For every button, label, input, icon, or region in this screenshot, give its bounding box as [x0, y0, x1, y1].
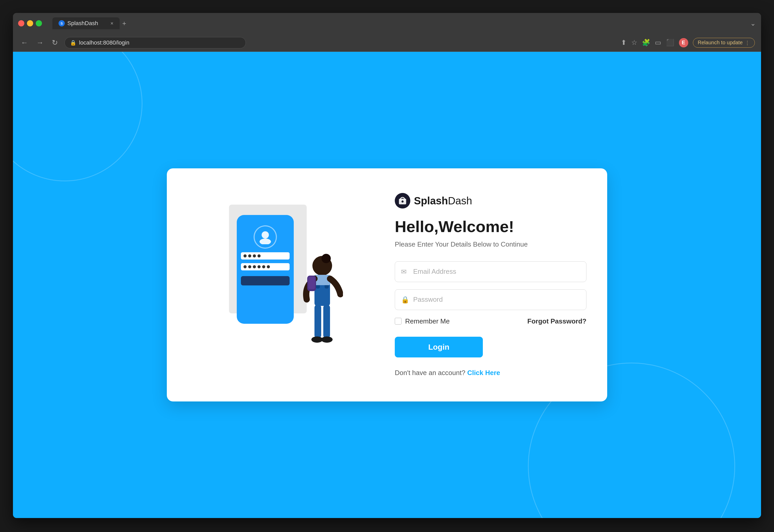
- illustration-input-2: [241, 263, 290, 270]
- forgot-password-link[interactable]: Forgot Password?: [527, 317, 586, 325]
- welcome-subtitle: Please Enter Your Details Below to Conti…: [395, 240, 586, 248]
- email-input-group: ✉: [395, 261, 586, 282]
- toolbar-icons: ⬆ ☆ 🧩 ▭ ⬛ E Relaunch to update ⋮: [621, 38, 755, 48]
- address-bar: ← → ↻ 🔒 localhost:8080/login ⬆ ☆ 🧩 ▭ ⬛ E…: [13, 34, 761, 52]
- traffic-lights: [18, 20, 42, 26]
- active-tab[interactable]: S SplashDash ×: [52, 17, 120, 29]
- brand-name: SplashDash: [414, 195, 472, 207]
- close-button[interactable]: [18, 20, 24, 26]
- sidebar-icon[interactable]: ▭: [655, 39, 661, 47]
- form-options: Remember Me Forgot Password?: [395, 317, 586, 325]
- svg-point-10: [311, 336, 323, 343]
- page-content: SplashDash Hello,Welcome! Please Enter Y…: [13, 52, 761, 518]
- browser-menu-button[interactable]: ⌄: [750, 19, 756, 27]
- brand-icon: [395, 193, 410, 209]
- title-bar: S SplashDash × + ⌄: [13, 13, 761, 34]
- brand-name-bold: Splash: [414, 195, 448, 206]
- relaunch-button[interactable]: Relaunch to update ⋮: [693, 38, 755, 48]
- phone-illustration: [208, 194, 359, 376]
- illustration-dot: [253, 265, 256, 268]
- forward-button[interactable]: →: [35, 37, 45, 48]
- relaunch-label: Relaunch to update: [698, 40, 743, 46]
- illustration-dot: [243, 265, 247, 268]
- welcome-title: Hello,Welcome!: [395, 218, 586, 235]
- login-card: SplashDash Hello,Welcome! Please Enter Y…: [167, 168, 607, 401]
- brand-logo: SplashDash: [395, 193, 586, 209]
- relaunch-menu-icon: ⋮: [745, 40, 750, 46]
- svg-point-11: [321, 336, 333, 343]
- profile-badge[interactable]: E: [679, 38, 688, 47]
- tab-bar: S SplashDash × +: [52, 17, 126, 29]
- maximize-button[interactable]: [36, 20, 42, 26]
- illustration-avatar: [254, 225, 277, 249]
- signup-row: Don't have an account? Click Here: [395, 369, 586, 377]
- brand-name-regular: Dash: [448, 195, 472, 206]
- url-display: localhost:8080/login: [79, 39, 129, 46]
- email-icon: ✉: [401, 268, 407, 276]
- new-tab-button[interactable]: +: [122, 19, 126, 27]
- tab-close-button[interactable]: ×: [110, 20, 113, 26]
- bookmark-icon[interactable]: ☆: [631, 39, 637, 47]
- illustration-dot: [253, 254, 256, 257]
- tab-favicon: S: [59, 20, 65, 26]
- login-form-area: SplashDash Hello,Welcome! Please Enter Y…: [379, 193, 586, 377]
- illustration-dot: [257, 254, 261, 257]
- signup-link[interactable]: Click Here: [467, 369, 500, 377]
- illustration-phone: [237, 215, 294, 324]
- illustration-dot: [248, 265, 251, 268]
- illustration-dot: [267, 265, 270, 268]
- email-input[interactable]: [395, 261, 586, 282]
- tab-title: SplashDash: [67, 20, 98, 27]
- illustration-area: [188, 194, 379, 376]
- minimize-button[interactable]: [27, 20, 33, 26]
- svg-point-16: [402, 200, 404, 203]
- remember-me-text: Remember Me: [405, 317, 450, 325]
- back-button[interactable]: ←: [19, 37, 30, 48]
- illustration-person: [286, 245, 343, 370]
- remember-me-label[interactable]: Remember Me: [395, 317, 450, 325]
- illustration-dot: [248, 254, 251, 257]
- svg-point-3: [321, 254, 331, 263]
- illustration-dot: [257, 265, 261, 268]
- svg-rect-8: [314, 305, 321, 338]
- signup-text: Don't have an account?: [395, 369, 465, 377]
- extensions-icon[interactable]: 🧩: [642, 39, 650, 47]
- illustration-dot: [243, 254, 247, 257]
- bg-decoration-1: [13, 52, 142, 181]
- remember-me-checkbox[interactable]: [395, 318, 402, 325]
- reload-button[interactable]: ↻: [50, 37, 59, 48]
- illustration-input-1: [241, 252, 290, 260]
- address-field[interactable]: 🔒 localhost:8080/login: [65, 37, 246, 48]
- svg-rect-13: [308, 277, 315, 289]
- ssl-lock-icon: 🔒: [70, 40, 76, 46]
- browser-window: S SplashDash × + ⌄ ← → ↻ 🔒 localhost:808…: [13, 13, 761, 518]
- svg-point-0: [262, 231, 269, 239]
- illustration-phone-button: [241, 276, 290, 285]
- svg-point-1: [260, 239, 271, 244]
- reader-icon[interactable]: ⬛: [666, 39, 674, 47]
- svg-rect-9: [323, 305, 330, 338]
- password-input[interactable]: [395, 289, 586, 310]
- password-icon: 🔒: [401, 296, 409, 304]
- share-icon[interactable]: ⬆: [621, 39, 627, 47]
- password-input-group: 🔒: [395, 289, 586, 310]
- illustration-dot: [262, 265, 265, 268]
- login-button[interactable]: Login: [395, 337, 483, 357]
